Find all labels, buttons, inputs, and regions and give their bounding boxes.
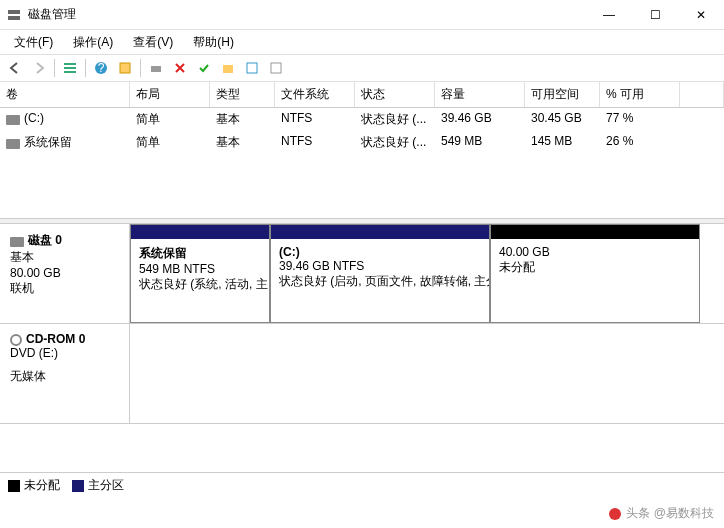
- legend-unallocated: 未分配: [8, 477, 60, 494]
- volume-type: 基本: [210, 131, 275, 154]
- volume-free: 30.45 GB: [525, 108, 600, 131]
- col-spacer: [680, 82, 724, 107]
- help-button[interactable]: ?: [90, 57, 112, 79]
- partition-size: 549 MB NTFS: [139, 262, 261, 276]
- volume-type: 基本: [210, 108, 275, 131]
- partition-status: 状态良好 (启动, 页面文件, 故障转储, 主分: [279, 273, 481, 290]
- svg-text:?: ?: [98, 61, 105, 75]
- maximize-button[interactable]: ☐: [632, 0, 678, 30]
- volume-free: 145 MB: [525, 131, 600, 154]
- volume-name: (C:): [24, 111, 44, 125]
- window-title: 磁盘管理: [28, 6, 586, 23]
- volume-name: 系统保留: [24, 135, 72, 149]
- watermark: 头条 @易数科技: [608, 505, 714, 522]
- volume-status: 状态良好 (...: [355, 108, 435, 131]
- disk-size: 80.00 GB: [10, 266, 119, 280]
- menu-view[interactable]: 查看(V): [125, 32, 181, 53]
- volumes-header: 卷 布局 类型 文件系统 状态 容量 可用空间 % 可用: [0, 82, 724, 108]
- col-layout[interactable]: 布局: [130, 82, 210, 107]
- partition-name: 系统保留: [139, 245, 261, 262]
- cdrom-icon: [10, 334, 22, 346]
- volume-capacity: 549 MB: [435, 131, 525, 154]
- app-icon: [6, 7, 22, 23]
- disk-label: 磁盘 0: [28, 233, 62, 247]
- volume-fs: NTFS: [275, 131, 355, 154]
- svg-rect-3: [64, 67, 76, 69]
- forward-button[interactable]: [28, 57, 50, 79]
- volume-layout: 简单: [130, 131, 210, 154]
- col-fs[interactable]: 文件系统: [275, 82, 355, 107]
- toolbar-separator: [54, 59, 55, 77]
- legend-primary: 主分区: [72, 477, 124, 494]
- svg-rect-8: [151, 66, 161, 72]
- disk-graphic-pane: 磁盘 0 基本 80.00 GB 联机 系统保留 549 MB NTFS 状态良…: [0, 224, 724, 424]
- action-button[interactable]: [241, 57, 263, 79]
- menu-file[interactable]: 文件(F): [6, 32, 61, 53]
- title-bar: 磁盘管理 — ☐ ✕: [0, 0, 724, 30]
- cdrom-status: 无媒体: [10, 368, 119, 385]
- volume-pct: 26 %: [600, 131, 680, 154]
- menu-action[interactable]: 操作(A): [65, 32, 121, 53]
- volume-fs: NTFS: [275, 108, 355, 131]
- svg-rect-4: [64, 71, 76, 73]
- volume-capacity: 39.46 GB: [435, 108, 525, 131]
- partition-size: 39.46 GB NTFS: [279, 259, 481, 273]
- partition[interactable]: (C:) 39.46 GB NTFS 状态良好 (启动, 页面文件, 故障转储,…: [270, 224, 490, 323]
- col-volume[interactable]: 卷: [0, 82, 130, 107]
- partition-bar: [491, 225, 699, 239]
- toolbar-separator: [140, 59, 141, 77]
- volume-layout: 简单: [130, 108, 210, 131]
- volume-icon: [6, 115, 20, 125]
- folder-button[interactable]: [217, 57, 239, 79]
- volume-row[interactable]: (C:) 简单 基本 NTFS 状态良好 (... 39.46 GB 30.45…: [0, 108, 724, 131]
- disk-icon: [10, 237, 24, 247]
- svg-rect-2: [64, 63, 76, 65]
- cdrom-drive: DVD (E:): [10, 346, 119, 360]
- disk-state: 联机: [10, 280, 119, 297]
- partition-name: (C:): [279, 245, 481, 259]
- col-pct[interactable]: % 可用: [600, 82, 680, 107]
- disk-info[interactable]: 磁盘 0 基本 80.00 GB 联机: [0, 224, 130, 323]
- cdrom-label: CD-ROM 0: [26, 332, 85, 346]
- partition[interactable]: 系统保留 549 MB NTFS 状态良好 (系统, 活动, 主: [130, 224, 270, 323]
- volume-row[interactable]: 系统保留 简单 基本 NTFS 状态良好 (... 549 MB 145 MB …: [0, 131, 724, 154]
- refresh-button[interactable]: [145, 57, 167, 79]
- svg-rect-7: [120, 63, 130, 73]
- back-button[interactable]: [4, 57, 26, 79]
- disk-type: 基本: [10, 249, 119, 266]
- partition[interactable]: 40.00 GB 未分配: [490, 224, 700, 323]
- disk-row: 磁盘 0 基本 80.00 GB 联机 系统保留 549 MB NTFS 状态良…: [0, 224, 724, 324]
- col-capacity[interactable]: 容量: [435, 82, 525, 107]
- toolbar-separator: [85, 59, 86, 77]
- svg-rect-9: [223, 65, 233, 73]
- delete-button[interactable]: [169, 57, 191, 79]
- close-button[interactable]: ✕: [678, 0, 724, 30]
- list-view-button[interactable]: [59, 57, 81, 79]
- partition-status: 状态良好 (系统, 活动, 主: [139, 276, 261, 293]
- col-free[interactable]: 可用空间: [525, 82, 600, 107]
- partition-size: 40.00 GB: [499, 245, 691, 259]
- menu-help[interactable]: 帮助(H): [185, 32, 242, 53]
- minimize-button[interactable]: —: [586, 0, 632, 30]
- settings-button[interactable]: [265, 57, 287, 79]
- disk-layout: 系统保留 549 MB NTFS 状态良好 (系统, 活动, 主 (C:) 39…: [130, 224, 724, 323]
- volume-status: 状态良好 (...: [355, 131, 435, 154]
- volumes-list: (C:) 简单 基本 NTFS 状态良好 (... 39.46 GB 30.45…: [0, 108, 724, 218]
- partition-bar: [271, 225, 489, 239]
- col-type[interactable]: 类型: [210, 82, 275, 107]
- partition-bar: [131, 225, 269, 239]
- svg-rect-10: [247, 63, 257, 73]
- check-button[interactable]: [193, 57, 215, 79]
- menu-bar: 文件(F) 操作(A) 查看(V) 帮助(H): [0, 30, 724, 54]
- svg-rect-0: [8, 10, 20, 14]
- partition-status: 未分配: [499, 259, 691, 276]
- svg-point-12: [609, 508, 621, 520]
- col-status[interactable]: 状态: [355, 82, 435, 107]
- legend: 未分配 主分区: [0, 472, 724, 498]
- toolbar: ?: [0, 54, 724, 82]
- disk-row: CD-ROM 0 DVD (E:) 无媒体: [0, 324, 724, 424]
- volume-pct: 77 %: [600, 108, 680, 131]
- svg-rect-11: [271, 63, 281, 73]
- properties-button[interactable]: [114, 57, 136, 79]
- cdrom-info[interactable]: CD-ROM 0 DVD (E:) 无媒体: [0, 324, 130, 423]
